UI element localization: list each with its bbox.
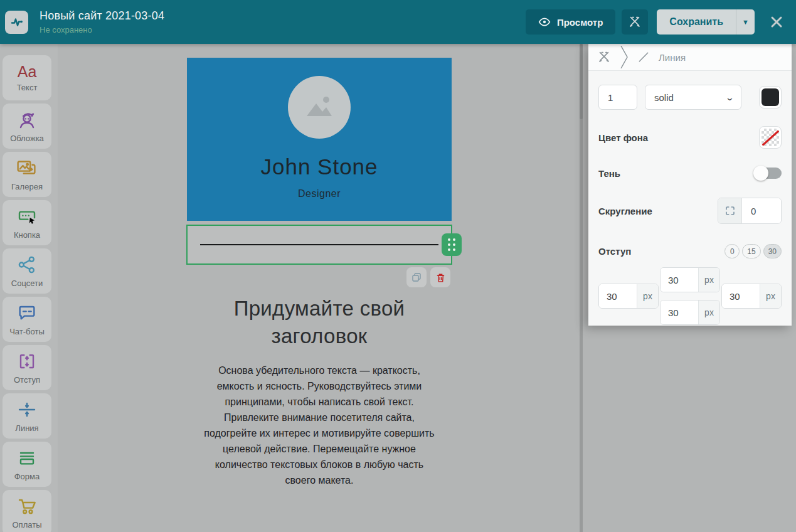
sidebar-item-button[interactable]: Кнопка (3, 200, 51, 245)
design-tools-button[interactable] (622, 9, 648, 35)
headline-text[interactable]: Придумайте свой заголовок (187, 295, 452, 350)
padding-bottom-unit: px (698, 301, 719, 324)
spacing-icon (17, 351, 37, 371)
padding-label: Отступ (598, 246, 631, 257)
preview-label: Просмотр (557, 17, 603, 28)
line-width-input[interactable]: 1 (598, 85, 637, 110)
transparent-swatch-icon (762, 129, 779, 146)
sidebar-item-form[interactable]: Форма (3, 442, 51, 487)
chat-bubble-icon (17, 303, 37, 323)
sidebar-item-label: Чат-боты (9, 327, 45, 336)
duplicate-element-button[interactable] (406, 267, 427, 287)
text-block[interactable]: Придумайте свой заголовок Основа убедите… (187, 295, 452, 488)
divider-line (200, 244, 438, 245)
gallery-icon (16, 158, 38, 178)
sidebar-item-label: Обложка (10, 134, 44, 143)
bg-color-swatch[interactable] (759, 126, 782, 149)
avatar-placeholder[interactable] (288, 76, 351, 139)
line-style-select[interactable]: solid ⌄ (645, 85, 741, 110)
sidebar-item-label: Текст (17, 83, 38, 92)
line-icon (17, 400, 37, 420)
sidebar-item-gallery[interactable]: Галерея (3, 152, 51, 197)
drag-dots-icon (448, 238, 456, 252)
crossed-pencils-icon[interactable] (597, 50, 611, 64)
sidebar-item-label: Линия (15, 423, 38, 433)
body-text[interactable]: Основа убедительного текста — краткость,… (201, 363, 437, 488)
pulse-icon (9, 14, 24, 29)
padding-right-group: 30 px (721, 284, 782, 309)
image-placeholder-icon (299, 87, 339, 127)
site-page: John Stone Designer Придумайте свой заг (187, 58, 452, 488)
corner-radius-icon (724, 205, 736, 216)
sidebar-item-payments[interactable]: Оплаты (3, 490, 51, 532)
person-icon (17, 110, 37, 130)
cover-role[interactable]: Designer (298, 188, 341, 200)
sidebar-item-label: Соцсети (11, 279, 43, 288)
line-settings-panel: Линия 1 solid ⌄ Цвет фона Тень Скруглени… (588, 44, 792, 326)
sidebar-item-label: Форма (14, 472, 40, 481)
app-header: Новый сайт 2021-03-04 Не сохранено Просм… (0, 0, 796, 44)
delete-element-button[interactable] (430, 267, 450, 287)
trash-icon (435, 272, 446, 283)
sidebar-item-label: Галерея (11, 182, 43, 191)
sidebar-item-cover[interactable]: Обложка (3, 104, 51, 149)
line-style-value: solid (654, 92, 674, 103)
cover-block[interactable]: John Stone Designer (187, 58, 452, 221)
sidebar-item-text[interactable]: Aa Текст (3, 55, 51, 100)
save-dropdown-caret[interactable]: ▼ (736, 9, 755, 35)
line-color-swatch[interactable] (759, 86, 782, 109)
form-icon (17, 448, 37, 468)
cart-icon (17, 496, 37, 516)
radius-input[interactable]: 0 (742, 198, 781, 223)
padding-preset-15[interactable]: 15 (742, 244, 760, 258)
sidebar-item-label: Отступ (14, 375, 40, 385)
corner-radius-button[interactable] (718, 198, 742, 223)
crossed-pencils-icon (628, 15, 642, 29)
page-title: Новый сайт 2021-03-04 (40, 9, 164, 23)
padding-top-unit: px (698, 268, 719, 292)
sidebar-item-social[interactable]: Соцсети (3, 248, 51, 294)
sidebar-item-chatbots[interactable]: Чат-боты (3, 297, 51, 342)
breadcrumb-current: Линия (659, 52, 686, 63)
radius-label: Скругление (598, 206, 652, 216)
app-logo (5, 11, 28, 34)
chevron-down-icon: ⌄ (725, 93, 735, 102)
sidebar-item-line[interactable]: Линия (3, 393, 51, 439)
save-split-button[interactable]: Сохранить ▼ (657, 9, 755, 35)
close-icon (769, 14, 784, 29)
padding-bottom-input[interactable]: 30 (661, 301, 698, 324)
eye-icon (538, 16, 551, 28)
padding-left-group: 30 px (598, 284, 659, 309)
line-element-icon (637, 51, 650, 63)
copy-icon (411, 272, 422, 283)
sidebar-item-label: Оплаты (13, 520, 42, 529)
editor-canvas: John Stone Designer Придумайте свой заг (58, 44, 580, 532)
preview-button[interactable]: Просмотр (526, 9, 615, 35)
cover-name[interactable]: John Stone (260, 154, 378, 179)
share-icon (17, 255, 37, 275)
drag-handle[interactable] (442, 233, 462, 256)
padding-top-group: 30 px (660, 267, 720, 292)
shadow-toggle[interactable] (755, 168, 782, 179)
padding-left-unit: px (637, 284, 658, 308)
padding-right-input[interactable]: 30 (722, 284, 760, 308)
text-icon: Aa (18, 64, 37, 79)
sidebar-item-label: Кнопка (14, 230, 40, 240)
widgets-sidebar: Aa Текст Обложка Галерея Кнопка Соцсети (0, 44, 58, 532)
panel-breadcrumb: Линия (588, 44, 792, 71)
canvas-scrollbar[interactable] (580, 44, 583, 532)
scrollbar-thumb[interactable] (580, 44, 583, 119)
padding-left-input[interactable]: 30 (599, 284, 637, 308)
close-editor-button[interactable] (767, 13, 786, 31)
padding-top-input[interactable]: 30 (661, 268, 698, 292)
padding-preset-30[interactable]: 30 (763, 244, 782, 258)
selected-line-element[interactable] (186, 225, 452, 265)
toggle-knob (753, 166, 768, 181)
save-button[interactable]: Сохранить (657, 9, 736, 35)
padding-preset-0[interactable]: 0 (724, 244, 740, 258)
padding-bottom-group: 30 px (660, 300, 720, 325)
shadow-label: Тень (598, 168, 620, 179)
breadcrumb-separator (620, 46, 629, 68)
sidebar-item-spacing[interactable]: Отступ (3, 345, 51, 390)
padding-right-unit: px (760, 284, 781, 308)
